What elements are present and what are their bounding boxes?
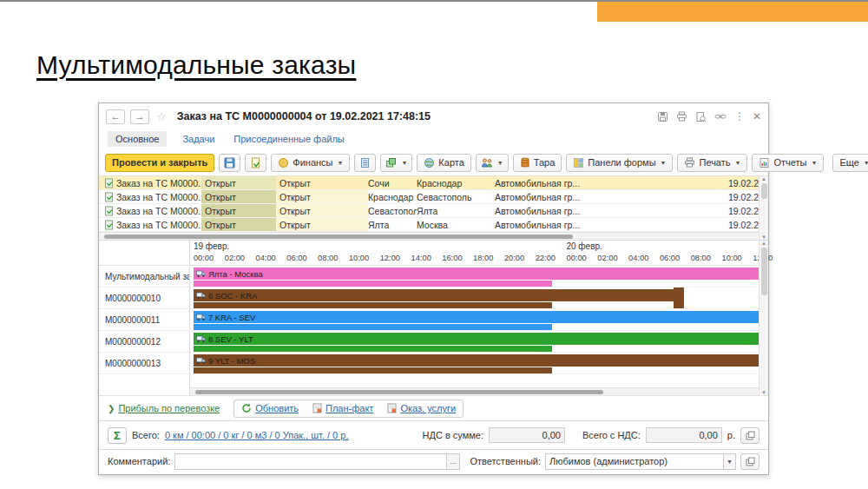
gantt-row-label[interactable]: М0000000013 [99, 353, 189, 374]
gantt-tick: 10:00 [721, 254, 741, 262]
back-button[interactable]: ← [106, 109, 125, 124]
table-row[interactable]: Заказ на ТС М0000... Открыт Открыт Ялта … [99, 218, 759, 232]
save-button[interactable] [219, 154, 240, 172]
tab-attachments[interactable]: Присоединенные файлы [230, 131, 347, 147]
profit-section: ❯ Прибыль по перевозке Обновить План-фак… [99, 396, 768, 420]
print-button[interactable]: Печать▼ [677, 154, 747, 172]
gantt-day-row: 19 февр. 20 февр. [190, 241, 759, 253]
gantt-subbar[interactable] [194, 302, 552, 308]
gantt-bar[interactable]: 9 YLT - MOS [194, 354, 759, 367]
expand-arrow-icon[interactable]: ❯ [108, 404, 115, 413]
sigma-button[interactable]: Σ [108, 427, 127, 444]
gantt-bar[interactable]: 7 KRA - SEV [194, 311, 759, 323]
forward-button[interactable]: → [130, 109, 149, 124]
order-name: Заказ на ТС М0000... [116, 190, 201, 203]
gantt-bar[interactable]: 8 SEV - YLT [194, 333, 759, 345]
gantt-bar-label: 7 KRA - SEV [208, 313, 255, 322]
gantt-row-labels: Мультимодальный заказ М0000000010 М00000… [99, 241, 190, 395]
post-document-icon [250, 157, 261, 169]
table-row[interactable]: Заказ на ТС М0000... Открыт Открыт Севас… [99, 204, 759, 218]
titlebar-print-icon[interactable] [676, 111, 687, 122]
truck-icon [196, 270, 206, 278]
printer-icon [684, 157, 695, 168]
gantt-bar-label: Ялта - Москва [208, 269, 263, 279]
gantt-subbar[interactable] [194, 367, 552, 373]
order-status1: Открыт [201, 190, 276, 203]
gantt-subbar[interactable] [194, 281, 552, 287]
gantt-tick: 06:00 [660, 254, 680, 262]
order-to: Москва [417, 218, 495, 231]
post-and-close-button[interactable]: Провести и закрыть [105, 154, 214, 172]
profit-link[interactable]: Прибыль по перевозке [118, 403, 220, 413]
comment-section: Комментарий: ... Ответственный: Любимов … [99, 450, 768, 474]
plan-fact-button[interactable]: План-факт [306, 400, 380, 417]
forward-icon: → [135, 111, 145, 122]
titlebar-link-icon[interactable] [714, 111, 727, 122]
tara-button[interactable]: Тара [513, 154, 562, 172]
services-button[interactable]: Оказ. услуги [380, 400, 463, 417]
truck-icon [196, 357, 206, 365]
gantt-row: 9 YLT - MOS [190, 353, 759, 374]
form-panels-button[interactable]: Панели формы▼ [566, 154, 673, 172]
order-cargo: Автомобильная гр... [495, 218, 590, 231]
orders-table: Заказ на ТС М0000... Открыт Открыт Сочи … [99, 175, 768, 240]
structure-button[interactable] [354, 154, 376, 172]
gantt-row-label[interactable]: Мультимодальный заказ [99, 266, 189, 287]
post-document-button[interactable] [245, 154, 266, 172]
gantt-hscrollbar[interactable] [190, 387, 759, 395]
gantt-subbar[interactable] [194, 346, 552, 352]
gantt-tick: 12:00 [380, 254, 400, 262]
chevron-down-icon: ▼ [735, 160, 741, 166]
tab-main[interactable]: Основное [108, 131, 167, 147]
order-cargo: Автомобильная гр... [495, 204, 590, 217]
chevron-down-icon: ▼ [812, 160, 818, 166]
totals-link[interactable]: 0 км / 00:00 / 0 кг / 0 м3 / 0 Упак., шт… [165, 430, 349, 440]
gantt-row-label[interactable]: М0000000012 [99, 331, 189, 353]
responsible-input[interactable]: Любимов (администратор) [545, 453, 724, 470]
table-row[interactable]: Заказ на ТС М0000... Открыт Открыт Сочи … [99, 176, 759, 190]
drivers-button[interactable]: ▼ [476, 154, 509, 172]
gantt-subbar[interactable] [194, 324, 552, 330]
close-icon[interactable]: ✕ [753, 111, 761, 122]
chevron-down-icon: ▼ [864, 160, 868, 166]
open-form-icon [746, 431, 755, 440]
gantt-row-label[interactable]: М0000000011 [99, 309, 189, 331]
table-row[interactable]: Заказ на ТС М0000... Открыт Открыт Красн… [99, 190, 759, 204]
chevron-down-icon: ▼ [337, 160, 343, 166]
order-to: Краснодар [417, 176, 495, 189]
comment-more-button[interactable]: ... [447, 453, 460, 470]
sigma-icon: Σ [114, 429, 121, 442]
gantt-row-label[interactable]: М0000000010 [99, 287, 189, 309]
gantt-bar[interactable]: Ялта - Москва [194, 268, 759, 280]
comment-label: Комментарий: [108, 456, 170, 466]
gantt-actions-group: Обновить План-факт Оказ. услуги [233, 400, 464, 418]
responsible-open-button[interactable] [740, 453, 760, 470]
chevron-down-icon: ▼ [661, 160, 667, 166]
doc-report-icon [312, 403, 322, 413]
more-button[interactable]: Еще▼ [832, 154, 868, 172]
gantt-bar-endcap[interactable] [674, 287, 683, 308]
vat-field[interactable]: 0,00 [489, 427, 565, 443]
order-status2: Открыт [276, 204, 368, 217]
gantt-bar[interactable]: 6 SOC - KRA [194, 289, 674, 301]
open-form-button[interactable] [740, 427, 760, 444]
titlebar-save-icon[interactable] [657, 111, 668, 122]
titlebar-menu-icon[interactable]: ⋮ [734, 111, 745, 122]
reports-button[interactable]: Отчеты▼ [752, 154, 824, 172]
titlebar-preview-icon[interactable] [695, 111, 707, 122]
finance-button[interactable]: Финансы▼ [271, 154, 350, 172]
comment-input[interactable] [174, 453, 447, 470]
truck-icon [196, 292, 206, 300]
tab-tasks[interactable]: Задачи [179, 131, 218, 147]
related-docs-button[interactable]: ▼ [380, 154, 412, 172]
gantt-vscrollbar[interactable]: ▲▼ [759, 241, 768, 395]
table-vscrollbar[interactable]: ▲▼ [759, 176, 768, 240]
table-hscrollbar[interactable] [99, 232, 759, 240]
truck-icon [196, 314, 206, 321]
responsible-dropdown-button[interactable]: ▼ [724, 453, 736, 470]
order-cargo: Автомобильная гр... [495, 190, 590, 203]
star-icon[interactable]: ☆ [156, 110, 167, 123]
refresh-button[interactable]: Обновить [234, 400, 306, 417]
map-button[interactable]: Карта [417, 154, 470, 172]
total-with-vat-field[interactable]: 0,00 [646, 427, 722, 443]
